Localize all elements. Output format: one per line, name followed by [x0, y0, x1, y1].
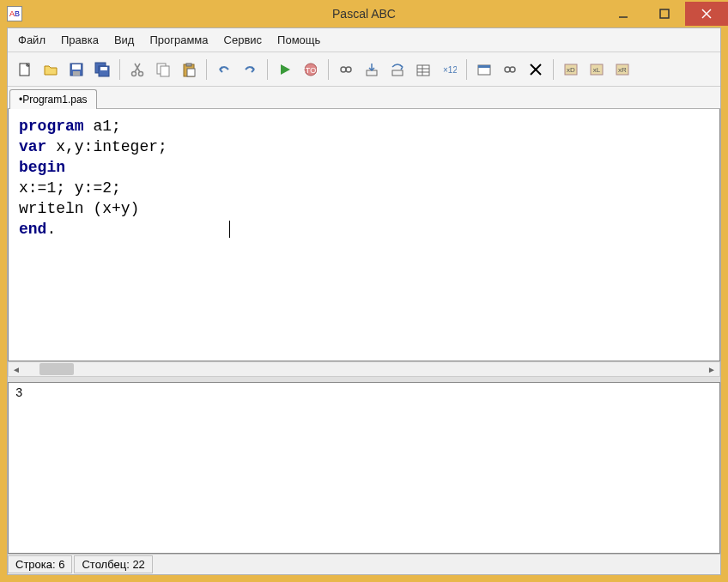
- d3-button[interactable]: xR: [610, 58, 634, 82]
- svg-point-31: [505, 67, 510, 72]
- menu-service[interactable]: Сервис: [217, 30, 270, 50]
- svg-text:xD: xD: [567, 66, 575, 74]
- status-col: Столбец: 22: [74, 555, 152, 573]
- copy-button[interactable]: [151, 58, 175, 82]
- svg-rect-6: [72, 64, 81, 70]
- run-button[interactable]: [273, 58, 297, 82]
- svg-text:×123: ×123: [443, 65, 457, 75]
- paste-button[interactable]: [177, 58, 201, 82]
- svg-point-20: [341, 67, 346, 72]
- cut-button[interactable]: [125, 58, 149, 82]
- tabbar: •Program1.pas: [8, 87, 720, 109]
- menu-program[interactable]: Программа: [143, 30, 215, 50]
- svg-rect-10: [100, 67, 107, 70]
- svg-point-11: [132, 71, 136, 76]
- save-button[interactable]: [64, 58, 88, 82]
- svg-text:xR: xR: [618, 66, 627, 74]
- statusbar: Строка: 6 Столбец: 22: [8, 554, 720, 574]
- step-over-button[interactable]: [385, 58, 410, 82]
- svg-rect-17: [187, 69, 195, 76]
- code-keyword: begin: [19, 159, 65, 176]
- menu-edit[interactable]: Правка: [54, 30, 106, 50]
- delete-button[interactable]: [524, 58, 548, 82]
- d1-button[interactable]: xD: [559, 58, 583, 82]
- svg-rect-1: [660, 9, 669, 18]
- app-icon: AB: [7, 6, 22, 21]
- text-cursor: [229, 221, 230, 238]
- window-button[interactable]: [472, 58, 496, 82]
- menu-view[interactable]: Вид: [107, 30, 142, 50]
- svg-point-32: [510, 67, 515, 72]
- file-tab[interactable]: •Program1.pas: [9, 89, 97, 109]
- horizontal-scrollbar[interactable]: ◄ ►: [8, 361, 720, 377]
- scroll-left-arrow[interactable]: ◄: [9, 361, 24, 377]
- output-text: 3: [15, 386, 713, 400]
- scroll-right-arrow[interactable]: ►: [704, 361, 719, 377]
- output-panel[interactable]: 3: [8, 382, 720, 554]
- svg-point-21: [346, 67, 351, 72]
- code-keyword: end: [19, 221, 46, 238]
- eval-button[interactable]: ×123: [437, 58, 461, 82]
- code-keyword: program: [19, 118, 84, 135]
- trace-button[interactable]: [334, 58, 358, 82]
- code-editor[interactable]: program a1; var x,y:integer; begin x:=1;…: [8, 109, 720, 361]
- svg-rect-24: [417, 65, 429, 76]
- code-keyword: var: [19, 138, 46, 155]
- window-title: Pascal ABC: [332, 7, 396, 21]
- undo-button[interactable]: [212, 58, 236, 82]
- watch-button[interactable]: [411, 58, 435, 82]
- menu-file[interactable]: Файл: [11, 30, 52, 50]
- titlebar: AB Pascal ABC: [0, 0, 728, 27]
- svg-rect-14: [161, 66, 169, 76]
- scroll-thumb[interactable]: [39, 363, 74, 375]
- window2-button[interactable]: [498, 58, 522, 82]
- svg-rect-7: [73, 71, 80, 76]
- svg-text:STOP: STOP: [303, 66, 318, 75]
- svg-point-12: [139, 71, 143, 76]
- status-row: Строка: 6: [8, 555, 72, 573]
- maximize-button[interactable]: [644, 2, 685, 26]
- svg-rect-23: [392, 70, 403, 76]
- stop-button[interactable]: STOP: [299, 58, 323, 82]
- new-file-button[interactable]: [13, 58, 37, 82]
- toolbar: STOP ×123 xD xL xR: [8, 52, 720, 87]
- d2-button[interactable]: xL: [585, 58, 609, 82]
- svg-rect-16: [186, 64, 191, 66]
- save-all-button[interactable]: [90, 58, 114, 82]
- close-button[interactable]: [685, 2, 728, 26]
- open-button[interactable]: [39, 58, 63, 82]
- menu-help[interactable]: Помощь: [270, 30, 327, 50]
- svg-text:xL: xL: [593, 66, 601, 74]
- step-into-button[interactable]: [360, 58, 384, 82]
- svg-rect-30: [478, 65, 490, 68]
- menubar: Файл Правка Вид Программа Сервис Помощь: [8, 28, 720, 52]
- redo-button[interactable]: [238, 58, 262, 82]
- minimize-button[interactable]: [603, 2, 644, 26]
